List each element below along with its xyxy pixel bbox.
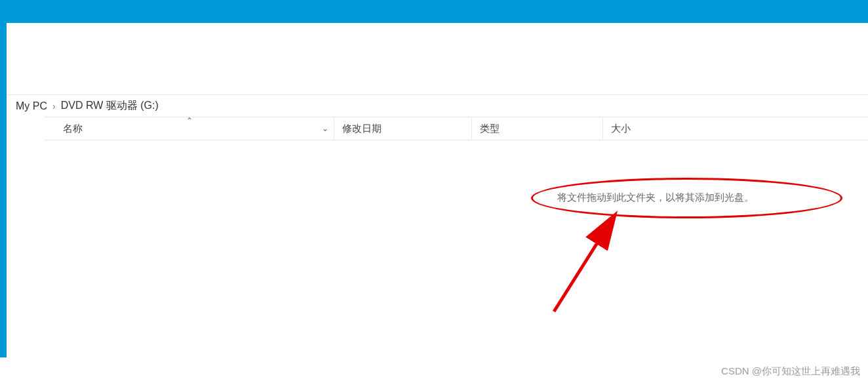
column-date[interactable]: 修改日期 — [334, 117, 472, 140]
breadcrumb-current[interactable]: DVD RW 驱动器 (G:) — [61, 99, 159, 113]
column-name[interactable]: ⌃ 名称 ⌄ — [45, 117, 334, 140]
svg-line-1 — [554, 219, 612, 312]
ribbon-area — [7, 23, 868, 95]
column-type-label: 类型 — [480, 123, 500, 135]
column-size-label: 大小 — [611, 123, 631, 135]
chevron-down-icon[interactable]: ⌄ — [322, 124, 328, 133]
breadcrumb[interactable]: My PC › DVD RW 驱动器 (G:) — [7, 95, 868, 117]
column-size[interactable]: 大小 — [603, 117, 695, 140]
column-date-label: 修改日期 — [342, 123, 382, 135]
breadcrumb-root[interactable]: My PC — [16, 100, 47, 112]
column-type[interactable]: 类型 — [472, 117, 603, 140]
file-list-area[interactable]: 将文件拖动到此文件夹，以将其添加到光盘。 — [7, 140, 868, 379]
columns-header: ⌃ 名称 ⌄ 修改日期 类型 大小 — [45, 117, 868, 140]
chevron-right-icon: › — [52, 101, 56, 111]
column-name-label: 名称 — [63, 123, 83, 135]
annotation-arrow-icon — [544, 210, 636, 315]
explorer-window: My PC › DVD RW 驱动器 (G:) ⌃ 名称 ⌄ 修改日期 类型 大… — [0, 0, 868, 357]
watermark: CSDN @你可知这世上再难遇我 — [721, 365, 860, 378]
sort-ascending-icon: ⌃ — [186, 116, 193, 125]
empty-drive-hint: 将文件拖动到此文件夹，以将其添加到光盘。 — [557, 192, 754, 204]
